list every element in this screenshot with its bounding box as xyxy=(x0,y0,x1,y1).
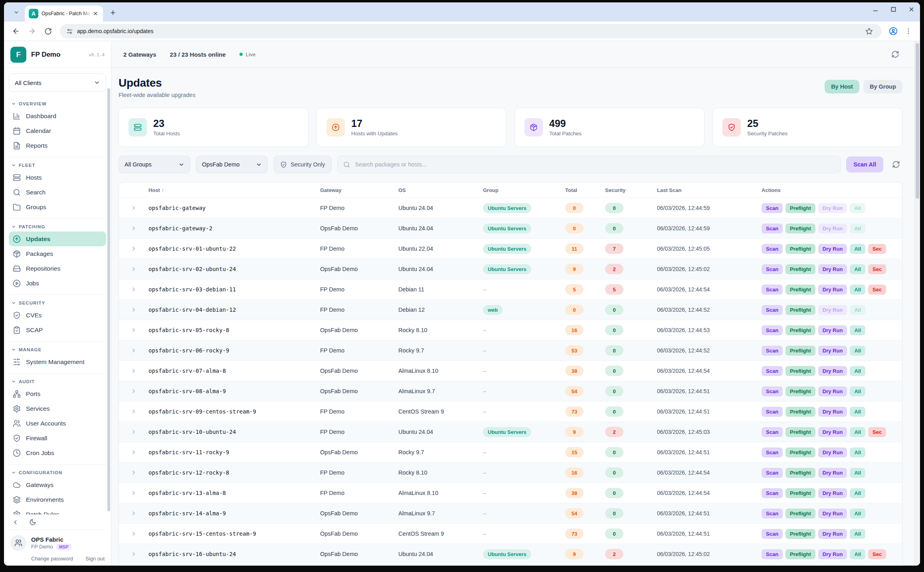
forward-icon[interactable] xyxy=(25,24,39,38)
reload-icon[interactable] xyxy=(41,24,55,38)
dry-run-button[interactable]: Dry Run xyxy=(818,346,847,356)
tab-search-chevron-icon[interactable] xyxy=(10,6,23,19)
group-filter-select[interactable]: All Groups xyxy=(119,156,190,173)
scan-button[interactable]: Scan xyxy=(762,488,783,498)
scan-button[interactable]: Scan xyxy=(762,427,783,437)
sidebar-item-user-accounts[interactable]: User Accounts xyxy=(9,416,106,431)
sign-out-link[interactable]: Sign out xyxy=(85,556,105,562)
section-header-configuration[interactable]: CONFIGURATION xyxy=(9,468,106,477)
column-header-security[interactable]: Security xyxy=(605,187,657,193)
table-row[interactable]: opsfabric-srv-17-debian-12OpsFab DemoDeb… xyxy=(119,564,902,566)
scan-button[interactable]: Scan xyxy=(762,407,783,417)
row-expand-chevron-icon[interactable] xyxy=(131,388,137,394)
table-row[interactable]: opsfabric-srv-10-ubuntu-24FP DemoUbuntu … xyxy=(119,422,902,442)
bookmark-star-icon[interactable] xyxy=(863,27,875,36)
scan-all-button[interactable]: Scan All xyxy=(846,156,883,172)
row-expand-chevron-icon[interactable] xyxy=(131,327,137,333)
row-expand-chevron-icon[interactable] xyxy=(131,449,137,455)
table-row[interactable]: opsfabric-srv-16-ubuntu-24OpsFab DemoUbu… xyxy=(119,544,902,564)
row-expand-chevron-icon[interactable] xyxy=(131,205,137,211)
sidebar-item-patch-rules[interactable]: Patch Rules xyxy=(9,507,106,515)
table-row[interactable]: opsfabric-srv-02-ubuntu-24OpsFab DemoUbu… xyxy=(119,259,902,279)
apply-all-button[interactable]: All xyxy=(850,488,865,498)
apply-security-button[interactable]: Sec xyxy=(868,549,886,559)
column-header-total[interactable]: Total xyxy=(565,187,605,193)
apply-all-button[interactable]: All xyxy=(850,468,865,478)
table-row[interactable]: opsfabric-srv-15-centos-stream-9OpsFab D… xyxy=(119,523,902,544)
sidebar-item-system-management[interactable]: System Management xyxy=(9,354,106,369)
preflight-button[interactable]: Preflight xyxy=(785,488,815,498)
scan-button[interactable]: Scan xyxy=(762,325,783,335)
column-header-os[interactable]: OS xyxy=(398,187,483,193)
scan-button[interactable]: Scan xyxy=(762,203,783,213)
row-expand-chevron-icon[interactable] xyxy=(131,225,137,232)
dry-run-button[interactable]: Dry Run xyxy=(818,386,847,396)
topbar-refresh-icon[interactable] xyxy=(889,50,902,59)
page-scrollbar-thumb[interactable] xyxy=(916,43,919,199)
sidebar-item-firewall[interactable]: Firewall xyxy=(9,431,106,445)
sidebar-item-gateways[interactable]: Gateways xyxy=(9,477,106,492)
row-expand-chevron-icon[interactable] xyxy=(131,510,137,517)
preflight-button[interactable]: Preflight xyxy=(785,427,815,437)
dry-run-button[interactable]: Dry Run xyxy=(818,468,847,478)
scan-button[interactable]: Scan xyxy=(762,509,783,519)
dry-run-button[interactable]: Dry Run xyxy=(818,509,847,519)
window-maximize-button[interactable] xyxy=(890,6,896,12)
apply-all-button[interactable]: All xyxy=(850,366,865,376)
new-tab-button[interactable]: + xyxy=(106,6,120,20)
apply-security-button[interactable]: Sec xyxy=(868,264,886,274)
section-header-overview[interactable]: OVERVIEW xyxy=(9,99,106,109)
preflight-button[interactable]: Preflight xyxy=(785,264,815,274)
scan-button[interactable]: Scan xyxy=(762,305,783,315)
sidebar-item-ports[interactable]: Ports xyxy=(9,386,106,401)
row-expand-chevron-icon[interactable] xyxy=(131,286,137,293)
section-header-fleet[interactable]: FLEET xyxy=(9,160,106,170)
preflight-button[interactable]: Preflight xyxy=(785,529,815,539)
table-row[interactable]: opsfabric-gatewayFP DemoUbuntu 24.04Ubun… xyxy=(119,198,902,218)
gateway-filter-select[interactable]: OpsFab Demo xyxy=(196,156,268,173)
scan-button[interactable]: Scan xyxy=(762,244,783,254)
apply-all-button[interactable]: All xyxy=(850,346,865,356)
preflight-button[interactable]: Preflight xyxy=(785,305,815,315)
sidebar-item-search[interactable]: Search xyxy=(9,185,106,200)
dry-run-button[interactable]: Dry Run xyxy=(818,366,847,376)
table-row[interactable]: opsfabric-srv-09-centos-stream-9FP DemoC… xyxy=(119,401,902,422)
table-row[interactable]: opsfabric-srv-04-debian-12FP DemoDebian … xyxy=(119,299,902,320)
scan-button[interactable]: Scan xyxy=(762,285,783,295)
apply-all-button[interactable]: All xyxy=(850,244,865,254)
preflight-button[interactable]: Preflight xyxy=(785,203,815,213)
apply-all-button[interactable]: All xyxy=(850,386,865,396)
page-scrollbar[interactable] xyxy=(914,41,920,566)
sidebar-item-updates[interactable]: Updates xyxy=(9,232,106,246)
sidebar-item-scap[interactable]: SCAP xyxy=(9,323,106,337)
browser-profile-icon[interactable] xyxy=(886,24,900,38)
sidebar-item-repositories[interactable]: Repositories xyxy=(9,261,106,276)
scan-button[interactable]: Scan xyxy=(762,468,783,478)
row-expand-chevron-icon[interactable] xyxy=(131,347,137,354)
scan-button[interactable]: Scan xyxy=(762,386,783,396)
sidebar-item-jobs[interactable]: Jobs xyxy=(9,276,106,291)
dry-run-button[interactable]: Dry Run xyxy=(818,488,847,498)
table-row[interactable]: opsfabric-srv-06-rocky-9FP DemoRocky 9.7… xyxy=(119,340,902,360)
scan-button[interactable]: Scan xyxy=(762,447,783,457)
table-row[interactable]: opsfabric-srv-01-ubuntu-22FP DemoUbuntu … xyxy=(119,238,902,259)
scan-button[interactable]: Scan xyxy=(762,549,783,559)
address-bar[interactable]: app.demo.opsfabric.io/updates xyxy=(60,24,882,38)
dry-run-button[interactable]: Dry Run xyxy=(818,407,847,417)
scan-button[interactable]: Scan xyxy=(762,264,783,274)
apply-security-button[interactable]: Sec xyxy=(868,285,886,295)
apply-all-button[interactable]: All xyxy=(850,285,865,295)
preflight-button[interactable]: Preflight xyxy=(785,509,815,519)
preflight-button[interactable]: Preflight xyxy=(785,366,815,376)
sidebar-item-reports[interactable]: Reports xyxy=(9,138,106,153)
search-input[interactable] xyxy=(354,161,835,168)
apply-all-button[interactable]: All xyxy=(850,509,865,519)
column-header-group[interactable]: Group xyxy=(483,187,565,193)
apply-all-button[interactable]: All xyxy=(850,264,865,274)
preflight-button[interactable]: Preflight xyxy=(785,244,815,254)
apply-all-button[interactable]: All xyxy=(850,427,865,437)
sidebar-item-calendar[interactable]: Calendar xyxy=(9,123,106,138)
section-header-manage[interactable]: MANAGE xyxy=(9,345,106,354)
view-by-group-button[interactable]: By Group xyxy=(863,80,902,93)
client-filter-select[interactable]: All Clients xyxy=(9,73,106,92)
